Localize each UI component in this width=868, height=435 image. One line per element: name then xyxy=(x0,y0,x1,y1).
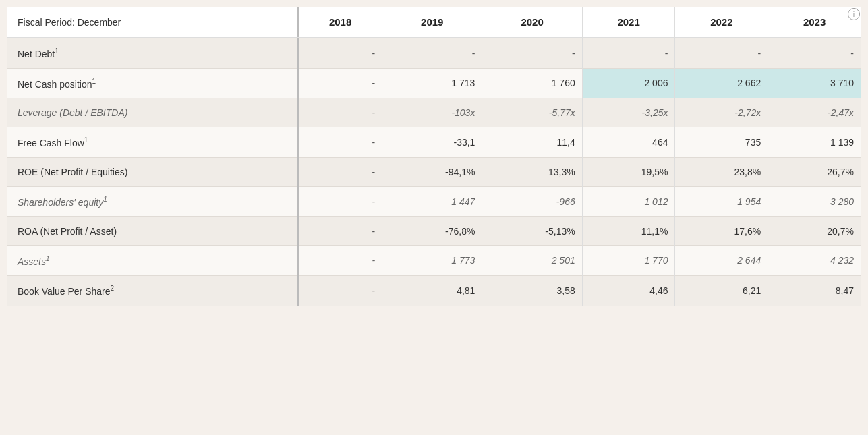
row-value: 11,4 xyxy=(482,127,582,158)
row-value: - xyxy=(298,38,382,68)
table-row: ROE (Net Profit / Equities)--94,1%13,3%1… xyxy=(7,157,861,186)
row-value: -966 xyxy=(482,186,582,216)
row-value: 11,1% xyxy=(582,216,675,245)
row-label: ROE (Net Profit / Equities) xyxy=(7,157,298,186)
col-header-2022: 2022 xyxy=(675,7,768,38)
col-header-2020: 2020 xyxy=(482,7,582,38)
row-value: 2 006 xyxy=(582,68,675,98)
financial-table: Fiscal Period: December 2018 2019 2020 2… xyxy=(7,7,861,306)
row-value: 3,58 xyxy=(482,276,582,306)
row-label: ROA (Net Profit / Asset) xyxy=(7,216,298,245)
table-row: Book Value Per Share2-4,813,584,466,218,… xyxy=(7,276,861,306)
row-value: 2 644 xyxy=(675,245,768,276)
row-value: - xyxy=(298,68,382,98)
row-label: Shareholders' equity1 xyxy=(7,186,298,216)
row-value: - xyxy=(675,38,768,68)
table-row: Net Debt1------ xyxy=(7,38,861,68)
row-value: -2,47x xyxy=(768,98,861,127)
row-value: -2,72x xyxy=(675,98,768,127)
row-value: 8,47 xyxy=(768,276,861,306)
row-value: 1 713 xyxy=(382,68,482,98)
row-value: 2 501 xyxy=(482,245,582,276)
row-value: - xyxy=(298,186,382,216)
row-label: Free Cash Flow1 xyxy=(7,127,298,158)
row-value: -94,1% xyxy=(382,157,482,186)
table-row: Leverage (Debt / EBITDA)--103x-5,77x-3,2… xyxy=(7,98,861,127)
table-row: ROA (Net Profit / Asset)--76,8%-5,13%11,… xyxy=(7,216,861,245)
row-value: 1 773 xyxy=(382,245,482,276)
row-value: 4,46 xyxy=(582,276,675,306)
row-value: 1 954 xyxy=(675,186,768,216)
row-value: 1 760 xyxy=(482,68,582,98)
row-label: Book Value Per Share2 xyxy=(7,276,298,306)
row-label: Assets1 xyxy=(7,245,298,276)
row-value: - xyxy=(298,127,382,158)
table-row: Shareholders' equity1-1 447-9661 0121 95… xyxy=(7,186,861,216)
row-value: 23,8% xyxy=(675,157,768,186)
row-value: 464 xyxy=(582,127,675,158)
row-value: - xyxy=(382,38,482,68)
row-value: - xyxy=(298,276,382,306)
row-value: 13,3% xyxy=(482,157,582,186)
col-header-2021: 2021 xyxy=(582,7,675,38)
row-value: 3 280 xyxy=(768,186,861,216)
row-value: -5,13% xyxy=(482,216,582,245)
row-value: - xyxy=(298,216,382,245)
row-value: 17,6% xyxy=(675,216,768,245)
row-value: - xyxy=(298,98,382,127)
table-row: Net Cash position1-1 7131 7602 0062 6623… xyxy=(7,68,861,98)
row-value: -33,1 xyxy=(382,127,482,158)
row-value: 20,7% xyxy=(768,216,861,245)
financial-table-container: i Fiscal Period: December 2018 2019 2020… xyxy=(7,7,861,306)
row-value: 26,7% xyxy=(768,157,861,186)
row-value: 2 662 xyxy=(675,68,768,98)
row-value: 19,5% xyxy=(582,157,675,186)
row-label: Net Cash position1 xyxy=(7,68,298,98)
table-row: Free Cash Flow1--33,111,44647351 139 xyxy=(7,127,861,158)
row-value: - xyxy=(582,38,675,68)
row-value: - xyxy=(482,38,582,68)
table-row: Assets1-1 7732 5011 7702 6444 232 xyxy=(7,245,861,276)
row-value: 6,21 xyxy=(675,276,768,306)
info-icon[interactable]: i xyxy=(848,8,860,20)
row-value: -5,77x xyxy=(482,98,582,127)
row-value: 735 xyxy=(675,127,768,158)
row-value: 4 232 xyxy=(768,245,861,276)
row-value: - xyxy=(298,157,382,186)
row-label: Leverage (Debt / EBITDA) xyxy=(7,98,298,127)
row-value: 1 770 xyxy=(582,245,675,276)
row-value: - xyxy=(768,38,861,68)
row-value: 4,81 xyxy=(382,276,482,306)
fiscal-period-header: Fiscal Period: December xyxy=(7,7,298,38)
row-value: - xyxy=(298,245,382,276)
row-value: -76,8% xyxy=(382,216,482,245)
row-value: 1 012 xyxy=(582,186,675,216)
col-header-2018: 2018 xyxy=(298,7,382,38)
row-value: 1 139 xyxy=(768,127,861,158)
row-value: -3,25x xyxy=(582,98,675,127)
col-header-2019: 2019 xyxy=(382,7,482,38)
row-value: 1 447 xyxy=(382,186,482,216)
col-header-2023: 2023 xyxy=(768,7,861,38)
row-value: -103x xyxy=(382,98,482,127)
row-value: 3 710 xyxy=(768,68,861,98)
row-label: Net Debt1 xyxy=(7,38,298,68)
